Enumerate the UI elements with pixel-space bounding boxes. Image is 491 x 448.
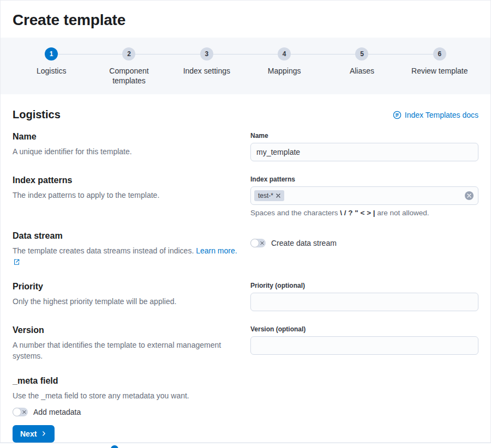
- index-patterns-description-block: Index patterns The index patterns to app…: [13, 175, 241, 217]
- version-row-description: A number that identifies the template to…: [13, 340, 241, 362]
- priority-row-title: Priority: [13, 282, 241, 292]
- forbidden-characters: \ / ? " < > |: [340, 209, 375, 217]
- version-field-label: Version (optional): [250, 325, 478, 333]
- create-data-stream-switch-row: Create data stream: [250, 239, 478, 247]
- stepper: 1 Logistics 2 Component templates 3 Inde…: [1, 38, 490, 94]
- index-patterns-field-label: Index patterns: [250, 175, 478, 183]
- step-number-badge: 6: [433, 47, 446, 60]
- step-label: Logistics: [37, 66, 66, 76]
- priority-description-block: Priority Only the highest priority templ…: [13, 282, 241, 311]
- create-data-stream-toggle[interactable]: [250, 239, 266, 247]
- step-label: Index settings: [183, 66, 230, 76]
- index-templates-docs-link[interactable]: Index Templates docs: [393, 111, 478, 119]
- data-stream-form-row: Data stream The template creates data st…: [13, 231, 478, 268]
- priority-field-block: Priority (optional): [250, 282, 478, 311]
- index-pattern-badge: test-*: [254, 190, 284, 201]
- meta-field-section: _meta field Use the _meta field to store…: [13, 376, 478, 416]
- step-label: Mappings: [268, 66, 301, 76]
- data-stream-row-description: The template creates data streams instea…: [13, 245, 241, 268]
- step-review-template[interactable]: 6 Review template: [401, 47, 478, 86]
- toggle-off-icon: [260, 241, 264, 245]
- step-aliases[interactable]: 5 Aliases: [323, 47, 400, 86]
- section-title: Logistics: [13, 108, 61, 121]
- add-metadata-switch-row: Add metadata: [13, 408, 478, 416]
- section-header: Logistics Index Templates docs: [13, 108, 478, 121]
- data-stream-row-title: Data stream: [13, 231, 241, 241]
- version-form-row: Version A number that identifies the tem…: [13, 325, 478, 362]
- create-data-stream-toggle-label: Create data stream: [271, 239, 337, 247]
- step-logistics[interactable]: 1 Logistics: [13, 47, 90, 86]
- step-number-badge: 5: [355, 47, 368, 60]
- priority-form-row: Priority Only the highest priority templ…: [13, 282, 478, 311]
- version-row-title: Version: [13, 325, 241, 335]
- page-title: Create template: [13, 1, 478, 29]
- version-input[interactable]: [250, 336, 478, 355]
- step-number-badge: 4: [278, 47, 291, 60]
- index-patterns-form-row: Index patterns The index patterns to app…: [13, 175, 478, 217]
- name-input[interactable]: [250, 143, 478, 161]
- meta-field-description: Use the _meta field to store any metadat…: [13, 390, 478, 401]
- add-metadata-toggle-label: Add metadata: [33, 408, 81, 416]
- index-patterns-help-text: Spaces and the characters \ / ? " < > | …: [250, 209, 478, 217]
- step-number-badge: 3: [200, 47, 213, 60]
- index-patterns-row-title: Index patterns: [13, 175, 241, 185]
- next-button[interactable]: Next: [13, 425, 55, 443]
- name-field-label: Name: [250, 132, 478, 140]
- name-row-description-block: Name A unique identifier for this templa…: [13, 132, 241, 161]
- step-index-settings[interactable]: 3 Index settings: [168, 47, 246, 86]
- step-label: Component templates: [99, 66, 159, 86]
- docs-icon: [393, 111, 402, 119]
- priority-row-description: Only the highest priority template will …: [13, 296, 241, 307]
- name-row-title: Name: [13, 132, 241, 142]
- external-link-icon: [14, 257, 20, 268]
- meta-field-title: _meta field: [13, 376, 478, 386]
- name-field-block: Name: [250, 132, 478, 161]
- create-template-page: Create template 1 Logistics 2 Component …: [0, 0, 491, 443]
- step-label: Aliases: [350, 66, 374, 76]
- index-patterns-row-description: The index patterns to apply to the templ…: [13, 190, 241, 201]
- index-pattern-badge-label: test-*: [258, 192, 273, 199]
- add-metadata-toggle[interactable]: [13, 408, 28, 416]
- version-field-block: Version (optional): [250, 325, 478, 362]
- version-description-block: Version A number that identifies the tem…: [13, 325, 241, 362]
- remove-index-pattern-icon[interactable]: [276, 193, 280, 198]
- index-patterns-combobox[interactable]: test-*: [250, 186, 478, 205]
- name-row-description: A unique identifier for this template.: [13, 146, 241, 157]
- step-label: Review template: [411, 66, 468, 76]
- index-patterns-field-block: Index patterns test-* Spaces and the cha…: [250, 175, 478, 217]
- chevron-right-icon: [41, 431, 47, 437]
- data-stream-description-block: Data stream The template creates data st…: [13, 231, 241, 268]
- toggle-knob: [250, 239, 259, 247]
- next-button-label: Next: [20, 429, 37, 438]
- step-component-templates[interactable]: 2 Component templates: [90, 47, 167, 86]
- toggle-off-icon: [22, 410, 26, 414]
- docs-link-label: Index Templates docs: [405, 111, 478, 119]
- priority-input[interactable]: [250, 293, 478, 311]
- priority-field-label: Priority (optional): [250, 282, 478, 289]
- toggle-knob: [13, 408, 21, 416]
- partially-visible-element: [111, 445, 118, 448]
- name-form-row: Name A unique identifier for this templa…: [13, 132, 478, 161]
- step-number-badge: 1: [45, 47, 58, 60]
- data-stream-field-block: Create data stream: [250, 231, 478, 268]
- step-number-badge: 2: [122, 47, 135, 60]
- step-mappings[interactable]: 4 Mappings: [246, 47, 323, 86]
- clear-index-patterns-icon[interactable]: [465, 191, 474, 200]
